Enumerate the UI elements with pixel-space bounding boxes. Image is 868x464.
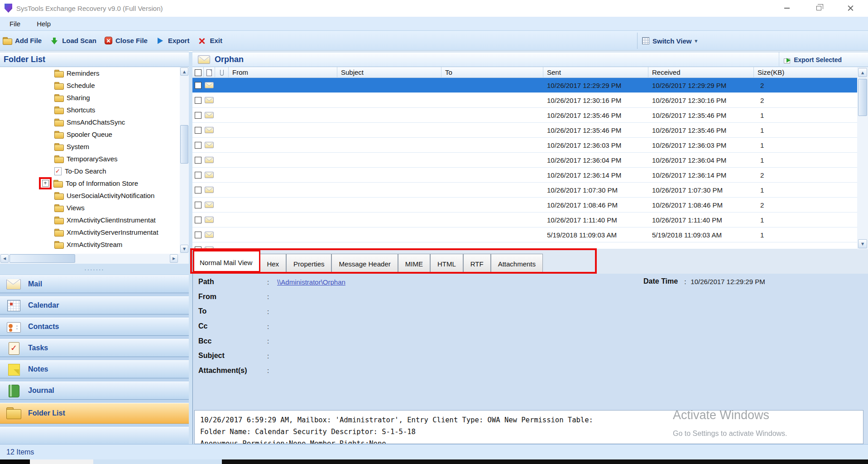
tree-item[interactable]: XrmActivityServerInstrumentat	[0, 226, 180, 238]
row-checkbox[interactable]	[195, 187, 201, 193]
row-checkbox[interactable]	[195, 172, 201, 179]
export-selected-button[interactable]: Export Selected	[779, 52, 846, 68]
row-checkbox[interactable]	[195, 232, 201, 238]
panel-divider[interactable]	[189, 52, 192, 444]
nav-button[interactable]: Tasks	[0, 339, 189, 357]
mail-row[interactable]: 10/26/2017 1:08:46 PM 10/26/2017 1:08:46…	[192, 198, 857, 213]
expand-plus-box[interactable]: +	[39, 177, 52, 189]
column-header[interactable]: Subject	[337, 67, 441, 78]
scroll-up-icon[interactable]: ▲	[858, 68, 867, 77]
row-checkbox[interactable]	[195, 112, 201, 119]
mail-row[interactable]: 10/26/2017 12:29:29 PM 10/26/2017 12:29:…	[192, 78, 857, 93]
nav-button[interactable]: Folder List	[0, 403, 189, 424]
mail-row[interactable]: 10/26/2017 12:36:14 PM 10/26/2017 12:36:…	[192, 168, 857, 183]
mail-row[interactable]: 10/26/2017 12:35:46 PM 10/26/2017 12:35:…	[192, 123, 857, 138]
expand-plus-box[interactable]	[39, 238, 53, 251]
expand-plus-box[interactable]	[39, 128, 53, 140]
expand-plus-box[interactable]	[39, 153, 53, 165]
mail-vertical-scrollbar[interactable]: ▲ ▼	[857, 67, 868, 249]
tree-item[interactable]: System	[0, 140, 180, 153]
mail-row[interactable]: 5/19/2018 11:09:03 AM 5/19/2018 11:09:03…	[192, 227, 857, 242]
preview-tab[interactable]: HTML	[430, 254, 463, 274]
preview-tab[interactable]: Hex	[259, 254, 286, 274]
nav-button[interactable]: Contacts	[0, 318, 189, 336]
preview-tab[interactable]: MIME	[398, 254, 430, 274]
menu-item[interactable]: Help	[30, 20, 58, 28]
scroll-down-icon[interactable]: ▼	[180, 245, 188, 253]
nav-button[interactable]: Calendar	[0, 296, 189, 314]
preview-tab[interactable]: Message Header	[331, 254, 398, 274]
tree-item[interactable]: Schedule	[0, 79, 180, 92]
restore-button[interactable]	[807, 0, 830, 16]
scroll-thumb[interactable]	[10, 254, 75, 263]
expand-plus-box[interactable]	[39, 214, 53, 226]
tree-vertical-scrollbar[interactable]: ▲ ▼	[180, 67, 189, 254]
expand-plus-box[interactable]	[39, 92, 53, 104]
document-column-icon[interactable]	[206, 69, 212, 76]
close-button[interactable]	[839, 0, 862, 16]
expand-plus-box[interactable]	[39, 67, 53, 79]
tree-item[interactable]: XrmActivityStream	[0, 238, 180, 251]
toolbar-button[interactable]: Exit	[197, 37, 222, 45]
preview-tab[interactable]: Attachments	[491, 254, 543, 274]
expand-plus-box[interactable]	[39, 165, 53, 177]
minimize-button[interactable]	[775, 0, 799, 16]
paperclip-column-icon[interactable]	[220, 70, 224, 76]
row-checkbox[interactable]	[195, 82, 201, 89]
mail-row[interactable]: 10/26/2017 1:07:30 PM 10/26/2017 1:07:30…	[192, 183, 857, 198]
column-header[interactable]: Sent	[543, 67, 648, 78]
toolbar-button[interactable]: Add File	[3, 37, 42, 45]
tree-item[interactable]: XrmActivityClientInstrumentat	[0, 214, 180, 226]
tree-item[interactable]: SmsAndChatsSync	[0, 116, 180, 128]
toolbar-button[interactable]: Close File	[105, 37, 148, 44]
menu-item[interactable]: File	[3, 20, 27, 28]
row-checkbox[interactable]	[195, 142, 201, 149]
scroll-thumb[interactable]	[180, 125, 188, 164]
mail-row[interactable]: 10/26/2017 12:35:46 PM 10/26/2017 12:35:…	[192, 108, 857, 123]
switch-view-button[interactable]: Switch View ▾	[642, 31, 697, 51]
expand-plus-box[interactable]	[39, 104, 53, 116]
row-checkbox[interactable]	[195, 97, 201, 104]
nav-button[interactable]: Journal	[0, 382, 189, 400]
column-header[interactable]: Received	[648, 67, 754, 78]
tree-item[interactable]: To-Do Search	[0, 165, 180, 177]
preview-tab[interactable]: Normal Mail View	[192, 251, 259, 274]
nav-button[interactable]: Mail	[0, 275, 189, 293]
toolbar-button[interactable]: Export	[156, 37, 190, 45]
column-header[interactable]: From	[229, 67, 337, 78]
row-checkbox[interactable]	[195, 157, 201, 164]
preview-tab[interactable]: Properties	[286, 254, 331, 274]
mail-row[interactable]: 10/26/2017 1:11:40 PM 10/26/2017 1:11:40…	[192, 213, 857, 227]
tree-item[interactable]: + Top of Information Store	[0, 177, 180, 189]
select-all-checkbox[interactable]	[195, 69, 201, 76]
row-checkbox[interactable]	[195, 127, 201, 134]
expand-plus-box[interactable]	[39, 79, 53, 92]
mail-row[interactable]	[192, 242, 857, 249]
scroll-thumb[interactable]	[858, 79, 867, 116]
tree-item[interactable]: Shortcuts	[0, 104, 180, 116]
tree-item[interactable]: Views	[0, 202, 180, 214]
scroll-right-icon[interactable]: ▶	[170, 254, 178, 263]
scroll-left-icon[interactable]: ◀	[0, 254, 9, 263]
expand-plus-box[interactable]	[39, 189, 53, 202]
tree-item[interactable]: UserSocialActivityNotification	[0, 189, 180, 202]
column-header[interactable]: Size(KB)	[754, 67, 857, 78]
row-checkbox[interactable]	[195, 217, 201, 223]
column-header[interactable]: To	[441, 67, 543, 78]
tree-item[interactable]: Reminders	[0, 67, 180, 79]
mail-row[interactable]: 10/26/2017 12:36:04 PM 10/26/2017 12:36:…	[192, 153, 857, 168]
toolbar-button[interactable]: Load Scan	[50, 37, 96, 45]
scroll-up-icon[interactable]: ▲	[180, 68, 188, 76]
tree-item[interactable]: TemporarySaves	[0, 153, 180, 165]
expand-plus-box[interactable]	[39, 140, 53, 153]
scroll-down-icon[interactable]: ▼	[858, 239, 867, 248]
mail-row[interactable]: 10/26/2017 12:30:16 PM 10/26/2017 12:30:…	[192, 93, 857, 108]
preview-tab[interactable]: RTF	[463, 254, 491, 274]
expand-plus-box[interactable]	[39, 116, 53, 128]
tree-item[interactable]: Spooler Queue	[0, 128, 180, 140]
expand-plus-box[interactable]	[39, 202, 53, 214]
tree-item[interactable]: Sharing	[0, 92, 180, 104]
detail-field-value[interactable]: \\Administrator\Orphan	[277, 278, 345, 286]
expand-plus-box[interactable]	[39, 226, 53, 238]
tree-horizontal-scrollbar[interactable]: ◀ ▶	[0, 254, 179, 264]
